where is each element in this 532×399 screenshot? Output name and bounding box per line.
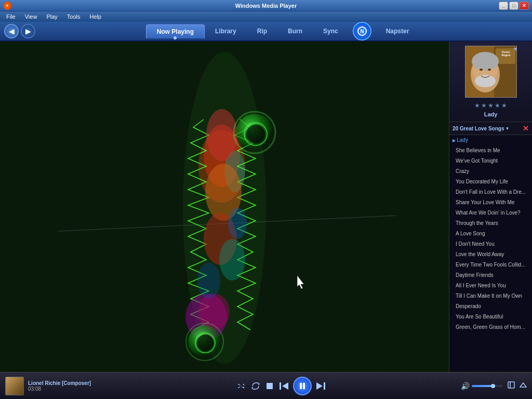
tab-now-playing[interactable]: Now Playing [146,24,205,38]
title-bar-left: ● [3,2,11,10]
forward-button[interactable]: ▶ [21,24,35,38]
playlist-item-green-green-grass[interactable]: Green, Green Grass of Hom... [449,322,532,332]
playlist-item-share-your-love[interactable]: Share Your Love With Me [449,197,532,208]
playlist-title: 20 Great Love Songs [453,126,504,131]
tab-indicator [174,36,177,39]
svg-marker-39 [282,382,288,390]
star-3: ★ [488,102,494,109]
star-2: ★ [481,102,487,109]
svg-point-33 [488,69,491,71]
nav-tabs: Now Playing Library Rip Burn Sync N Naps… [37,22,528,41]
volume-icon: 🔊 [461,382,470,390]
playlist-item-you-decorated[interactable]: You Decorated My Life [449,177,532,187]
window-title: Windows Media Player [235,3,297,9]
playlist-item-what-are-we-doin[interactable]: What Are We Doin' in Love? [449,208,532,218]
playlist-item-she-believes[interactable]: She Believes in Me [449,145,532,156]
svg-rect-37 [267,383,273,389]
volume-fill [472,385,494,387]
playlist-item-desperado[interactable]: Desperado [449,301,532,312]
title-bar-buttons: _ □ ✕ [499,2,529,10]
visualization-canvas [0,42,449,372]
playlist-item-a-love-song[interactable]: A Love Song [449,229,532,239]
volume-thumb[interactable] [491,384,495,388]
playlist-item-dont-fall[interactable]: Don't Fall in Love With a Dre... [449,187,532,197]
svg-point-15 [197,262,220,299]
menu-file[interactable]: File [2,12,20,21]
title-bar: ● Windows Media Player _ □ ✕ [0,0,532,11]
expand-button[interactable] [507,381,515,391]
playlist-item-weve-got-tonight[interactable]: We've Got Tonight [449,156,532,166]
shuffle-button[interactable] [235,380,247,392]
playlist-close-button[interactable]: ✕ [523,124,529,132]
playlist-item-every-time[interactable]: Every Time Two Fools Collid... [449,260,532,270]
svg-text:N: N [360,29,364,34]
current-track-title: Lady [484,111,498,117]
track-name: Lionel Richie [Composer] [28,380,101,386]
playlist-item-daytime-friends[interactable]: Daytime Friends [449,270,532,281]
playlist-item-through-the-years[interactable]: Through the Years [449,218,532,229]
maximize-button[interactable]: □ [509,2,518,10]
collapse-button[interactable] [520,381,527,390]
playlist-item-lady[interactable]: Lady [449,135,532,145]
svg-marker-46 [520,383,526,387]
now-playing-thumbnail [5,377,24,395]
playlist-item-all-i-ever-need[interactable]: All I Ever Need Is You [449,281,532,291]
tab-library[interactable]: Library [205,24,247,38]
menu-help[interactable]: Help [85,12,105,21]
album-section: Kenny Rogers ★ ★ ★ ★ ★ Lady [449,42,532,122]
volume-slider[interactable] [472,385,503,387]
next-button[interactable] [314,380,327,392]
visualization-area [0,42,449,372]
menu-play[interactable]: Play [42,12,61,21]
close-button[interactable]: ✕ [520,2,529,10]
tab-burn[interactable]: Burn [277,24,313,38]
repeat-button[interactable] [249,380,262,392]
nav-bar: ◀ ▶ Now Playing Library Rip Burn Sync N … [0,22,532,42]
playlist-item-you-are-so-beautiful[interactable]: You Are So Beautiful [449,312,532,322]
control-bar: Lionel Richie [Composer] 03:08 🔊 [0,372,532,399]
svg-point-21 [197,335,214,351]
svg-point-17 [246,125,265,143]
svg-point-32 [480,69,483,71]
menu-view[interactable]: View [21,12,42,21]
star-1: ★ [474,102,480,109]
playlist: Lady She Believes in Me We've Got Tonigh… [449,135,532,372]
svg-rect-44 [508,382,514,388]
svg-rect-42 [324,382,325,390]
svg-point-30 [472,52,499,71]
playlist-item-i-dont-need-you[interactable]: I Don't Need You [449,239,532,249]
svg-point-13 [198,294,230,330]
play-pause-button[interactable] [293,377,312,395]
star-4: ★ [495,102,500,109]
tab-napster[interactable]: Napster [376,24,420,38]
back-button[interactable]: ◀ [4,24,19,38]
svg-rect-38 [280,382,281,390]
tab-sync[interactable]: Sync [313,24,349,38]
playlist-header: 20 Great Love Songs ▼ ✕ [449,122,532,135]
svg-rect-40 [300,383,302,389]
svg-rect-41 [303,383,305,389]
playlist-item-crazy[interactable]: Crazy [449,166,532,177]
stop-button[interactable] [264,380,275,392]
svg-point-31 [475,75,496,87]
star-rating[interactable]: ★ ★ ★ ★ ★ [474,102,507,109]
svg-text:Rogers: Rogers [501,54,510,57]
napster-button[interactable]: N [353,22,371,41]
track-time: 03:08 [28,386,101,392]
volume-section: 🔊 [461,382,503,390]
playback-controls [105,377,457,395]
svg-marker-43 [316,382,323,390]
playlist-item-love-the-world[interactable]: Love the World Away [449,249,532,260]
main-content: Kenny Rogers ★ ★ ★ ★ ★ Lady 20 Great Lov… [0,42,532,372]
playlist-dropdown[interactable]: 20 Great Love Songs ▼ [453,126,509,131]
minimize-button[interactable]: _ [499,2,508,10]
menu-tools[interactable]: Tools [63,12,85,21]
menu-bar: File View Play Tools Help [0,11,532,22]
svg-point-14 [228,208,247,239]
star-5: ★ [501,102,507,109]
app-icon: ● [3,2,11,10]
tab-rip[interactable]: Rip [247,24,277,38]
playlist-item-till-i-can-make[interactable]: Till I Can Make It on My Own [449,291,532,301]
album-art-container[interactable]: Kenny Rogers [465,46,517,98]
previous-button[interactable] [277,380,291,392]
